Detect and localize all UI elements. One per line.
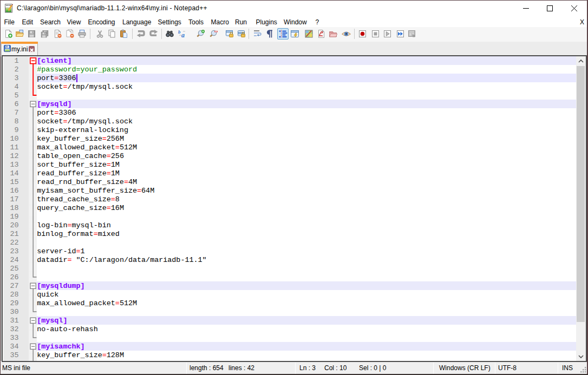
svg-text:b: b [178, 29, 181, 35]
svg-text:a: a [181, 31, 185, 38]
